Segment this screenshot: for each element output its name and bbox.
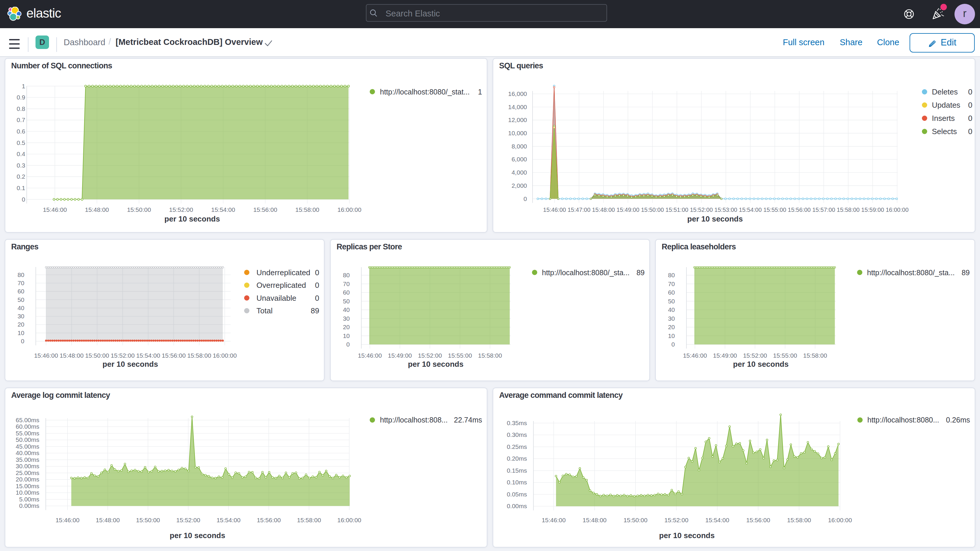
svg-text:10,000: 10,000 [508,130,527,137]
svg-text:15:47:00: 15:47:00 [568,207,590,213]
svg-text:Selects: Selects [932,127,957,136]
svg-text:0.2: 0.2 [17,173,25,180]
svg-text:0.25ms: 0.25ms [507,443,527,450]
svg-text:5.00ms: 5.00ms [19,496,39,503]
svg-text:80: 80 [18,271,24,278]
svg-text:15:54:00: 15:54:00 [211,206,235,213]
svg-text:15:58:00: 15:58:00 [187,352,211,359]
svg-text:15:57:00: 15:57:00 [812,207,835,213]
svg-text:15:46:00: 15:46:00 [683,352,707,359]
svg-text:0.00ms: 0.00ms [19,502,39,509]
svg-text:40: 40 [668,306,675,313]
svg-text:10.00ms: 10.00ms [16,489,39,496]
svg-text:15:58:00: 15:58:00 [478,352,502,359]
svg-text:0.6: 0.6 [17,128,25,135]
svg-text:50: 50 [668,298,675,304]
svg-text:22.74ms: 22.74ms [454,416,482,424]
svg-text:15:52:00: 15:52:00 [169,206,193,213]
svg-text:50: 50 [343,298,350,304]
svg-text:20.00ms: 20.00ms [16,476,39,483]
svg-text:70: 70 [18,280,24,287]
svg-text:55.00ms: 55.00ms [16,430,39,436]
svg-text:0.00ms: 0.00ms [507,503,527,510]
svg-text:0.4: 0.4 [17,151,25,157]
svg-text:20: 20 [343,323,350,330]
svg-text:0.3: 0.3 [17,162,25,169]
svg-text:60: 60 [668,289,675,296]
svg-text:50.00ms: 50.00ms [16,436,39,443]
svg-text:4,000: 4,000 [511,169,527,176]
svg-text:15:48:00: 15:48:00 [95,517,120,524]
svg-text:65.00ms: 65.00ms [16,417,39,424]
svg-text:2,000: 2,000 [511,182,527,189]
svg-text:6,000: 6,000 [511,156,527,162]
svg-text:14,000: 14,000 [508,104,527,110]
svg-text:60: 60 [343,289,350,296]
svg-text:25.00ms: 25.00ms [16,470,39,476]
svg-text:0.30ms: 0.30ms [507,431,527,438]
svg-text:15:50:00: 15:50:00 [641,207,664,213]
svg-text:15:46:00: 15:46:00 [34,352,58,359]
svg-text:80: 80 [668,272,675,279]
svg-text:15:55:00: 15:55:00 [773,352,797,359]
svg-text:0.20ms: 0.20ms [507,455,527,462]
svg-text:15:49:00: 15:49:00 [388,352,412,359]
svg-text:15:52:00: 15:52:00 [418,352,442,359]
svg-text:15:50:00: 15:50:00 [127,206,151,213]
svg-text:1: 1 [22,83,25,89]
svg-text:15:49:00: 15:49:00 [616,207,640,213]
svg-text:15:55:00: 15:55:00 [764,207,786,213]
svg-text:http://localhost:8080/_sta...: http://localhost:8080/_sta... [542,268,630,277]
svg-text:15:54:00: 15:54:00 [216,517,240,524]
svg-text:http://localhost:8080/_stat...: http://localhost:8080/_stat... [380,88,470,96]
svg-text:16:00:00: 16:00:00 [213,352,237,359]
svg-text:0.9: 0.9 [17,94,25,100]
svg-text:15:50:00: 15:50:00 [85,352,109,359]
svg-text:15:56:00: 15:56:00 [257,517,281,524]
svg-text:15:48:00: 15:48:00 [60,352,84,359]
svg-text:15:58:00: 15:58:00 [297,517,321,524]
svg-text:Unavailable: Unavailable [256,294,296,303]
svg-text:15:49:00: 15:49:00 [713,352,737,359]
svg-text:15:55:00: 15:55:00 [448,352,472,359]
svg-text:0: 0 [968,127,972,136]
svg-text:10: 10 [668,333,675,339]
svg-text:0.7: 0.7 [17,116,25,123]
svg-text:15:56:00: 15:56:00 [788,207,811,213]
svg-text:15:56:00: 15:56:00 [162,352,186,359]
svg-text:15:52:00: 15:52:00 [690,207,713,213]
svg-text:15:50:00: 15:50:00 [624,517,648,524]
svg-text:89: 89 [311,306,319,315]
svg-text:Total: Total [256,306,272,315]
svg-text:45.00ms: 45.00ms [16,443,39,450]
svg-text:15:54:00: 15:54:00 [136,352,160,359]
svg-text:15:56:00: 15:56:00 [746,517,770,524]
svg-text:30: 30 [18,313,24,320]
svg-text:0: 0 [315,268,319,277]
svg-text:15:52:00: 15:52:00 [743,352,767,359]
svg-text:35.00ms: 35.00ms [16,456,39,463]
svg-text:0.8: 0.8 [17,105,25,112]
svg-text:Updates: Updates [932,100,960,110]
svg-text:http://localhost:808...: http://localhost:808... [380,416,448,424]
svg-text:http://localhost:8080...: http://localhost:8080... [867,416,939,424]
svg-text:15:48:00: 15:48:00 [583,517,607,524]
svg-text:20: 20 [668,323,675,330]
svg-text:89: 89 [636,268,644,277]
svg-text:70: 70 [668,280,675,287]
svg-text:15:48:00: 15:48:00 [85,206,109,213]
svg-text:15:58:00: 15:58:00 [803,352,827,359]
svg-text:0.05ms: 0.05ms [507,491,527,498]
svg-text:15:46:00: 15:46:00 [358,352,382,359]
svg-text:15:46:00: 15:46:00 [543,207,566,213]
svg-text:0.5: 0.5 [17,139,25,146]
svg-text:Underreplicated: Underreplicated [256,268,310,277]
svg-text:60.00ms: 60.00ms [16,423,39,430]
svg-text:15:46:00: 15:46:00 [56,517,80,524]
svg-text:15:56:00: 15:56:00 [253,206,277,213]
svg-text:15:52:00: 15:52:00 [177,517,200,524]
svg-text:16:00:00: 16:00:00 [337,206,361,213]
svg-text:15:51:00: 15:51:00 [665,207,688,213]
svg-text:70: 70 [343,280,350,287]
svg-text:20: 20 [18,321,24,328]
